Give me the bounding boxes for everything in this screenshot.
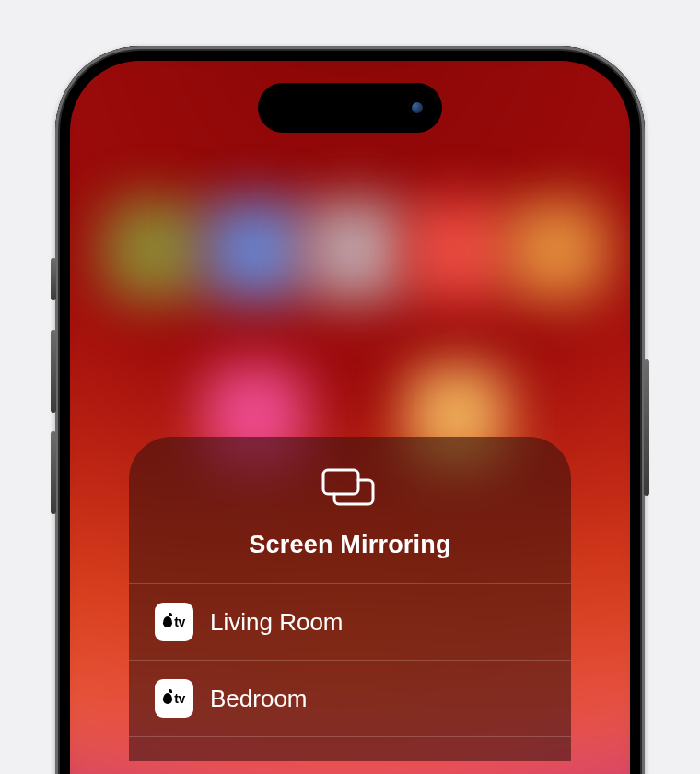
device-row-living-room[interactable]: tv Living Room [129,584,571,660]
screen-mirroring-icon [321,468,379,516]
panel-header: Screen Mirroring [129,437,571,583]
phone-screen: Screen Mirroring tv Living Room tv [70,61,630,774]
apple-tv-icon: tv [155,679,193,718]
volume-down-button[interactable] [51,431,56,514]
apple-tv-icon: tv [155,603,193,641]
dynamic-island [258,83,442,133]
svg-rect-0 [323,470,358,494]
panel-cutoff [129,737,571,761]
app-blur-icon [103,199,204,300]
mute-switch[interactable] [51,258,56,300]
volume-up-button[interactable] [51,330,56,413]
phone-frame: Screen Mirroring tv Living Room tv [55,46,645,774]
app-blur-icon [507,199,608,300]
app-blur-icon [406,199,508,300]
app-blur-icon [204,199,306,300]
screen-mirroring-panel: Screen Mirroring tv Living Room tv [129,437,571,761]
device-label: Living Room [210,608,344,637]
panel-title: Screen Mirroring [249,531,450,559]
stage: Screen Mirroring tv Living Room tv [0,0,700,774]
device-label: Bedroom [210,685,308,713]
app-blur-icon [305,199,406,300]
side-button[interactable] [644,359,649,496]
device-row-bedroom[interactable]: tv Bedroom [129,661,571,736]
